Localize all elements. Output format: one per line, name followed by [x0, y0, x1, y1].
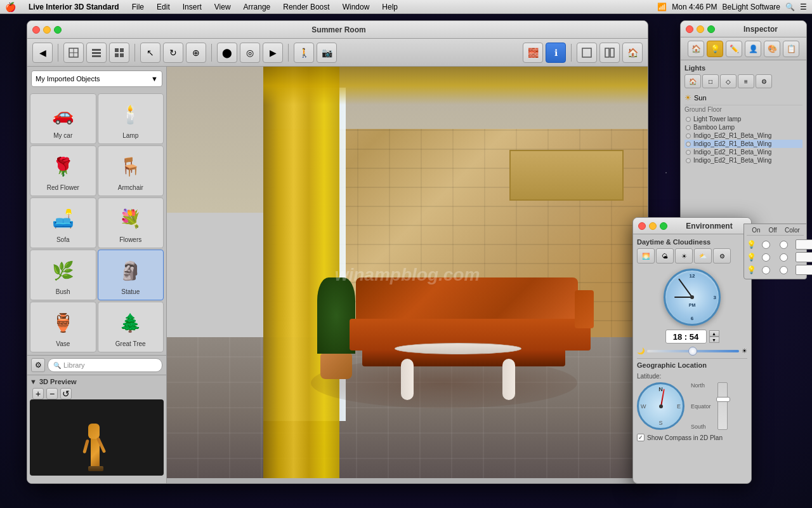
light-type-spot[interactable]: □ — [702, 74, 719, 88]
off-radio-1[interactable] — [780, 241, 788, 249]
light-type-directional[interactable]: ≡ — [738, 74, 754, 88]
latitude-slider[interactable] — [717, 382, 728, 430]
record-button[interactable]: ⬤ — [217, 43, 237, 63]
object-item-tree[interactable]: 🌲 Great Tree — [98, 302, 164, 352]
minimize-button[interactable] — [43, 26, 51, 34]
insert-menu[interactable]: Insert — [180, 3, 204, 11]
env-btn-sunrise[interactable]: 🌅 — [637, 248, 655, 264]
inspector-tab-person[interactable]: 👤 — [745, 41, 761, 57]
inspector-tab-light[interactable]: 💡 — [707, 41, 723, 57]
latitude-thumb[interactable] — [716, 397, 730, 402]
zoom-out-button[interactable]: − — [46, 388, 58, 399]
on-radio-2[interactable] — [762, 253, 770, 262]
on-radio-1[interactable] — [762, 241, 770, 249]
person-button[interactable]: 🚶 — [294, 43, 314, 63]
light-type-point[interactable]: ◇ — [720, 74, 737, 88]
object-item-lamp[interactable]: 🕯️ Lamp — [98, 93, 164, 144]
env-minimize-button[interactable] — [649, 222, 657, 230]
object-item-car[interactable]: 🚗 My car — [30, 93, 96, 144]
window-menu[interactable]: Window — [340, 3, 372, 11]
view-menu[interactable]: View — [212, 3, 233, 11]
inspector-maximize-button[interactable] — [707, 25, 715, 33]
search-icon[interactable]: 🔍 — [785, 3, 795, 11]
on-radio-3[interactable] — [762, 266, 770, 274]
app-name-menu[interactable]: Live Interior 3D Standard — [26, 3, 122, 11]
off-radio-3[interactable] — [780, 266, 788, 274]
show-compass-checkbox[interactable]: ✓ — [637, 434, 645, 441]
inspector-tab-edit[interactable]: ✏️ — [726, 41, 742, 57]
light-item-bamboo[interactable]: Bamboo Lamp — [684, 123, 802, 131]
file-menu[interactable]: File — [129, 3, 147, 11]
env-maximize-button[interactable] — [660, 222, 667, 230]
time-increment-button[interactable]: ▲ — [709, 330, 719, 337]
object-item-vase[interactable]: 🏺 Vase — [30, 302, 96, 352]
color-swatch-3[interactable] — [796, 265, 812, 275]
light-add-button[interactable]: ⚙ — [756, 74, 772, 88]
inspector-minimize-button[interactable] — [697, 25, 704, 33]
inspector-tab-color[interactable]: 🎨 — [764, 41, 780, 57]
settings-gear-button[interactable]: ⚙ — [31, 358, 45, 372]
env-btn-settings[interactable]: ⚙ — [713, 248, 731, 264]
maximize-button[interactable] — [54, 26, 62, 34]
help-menu[interactable]: Help — [379, 3, 400, 11]
brightness-slider[interactable] — [647, 350, 739, 352]
rotate-tool[interactable]: ↻ — [163, 43, 183, 63]
env-btn-noon[interactable]: ☀ — [675, 248, 693, 264]
split-view-button[interactable] — [599, 43, 620, 63]
inspector-tab-list[interactable]: 📋 — [783, 41, 799, 57]
objects-dropdown[interactable]: My Imported Objects ▼ — [31, 70, 162, 87]
light-item-indigo-4[interactable]: Indigo_Ed2_R1_Beta_Wing — [684, 156, 802, 164]
list-view-button[interactable] — [86, 43, 107, 63]
tree-label: Great Tree — [115, 340, 146, 347]
object-item-armchair[interactable]: 🪑 Armchair — [98, 145, 164, 196]
object-item-statue[interactable]: 🗿 Statue — [98, 250, 164, 300]
zoom-in-button[interactable]: + — [32, 388, 44, 399]
preview-collapse-icon[interactable]: ▼ — [30, 378, 37, 385]
cursor-tool[interactable]: ↖ — [140, 43, 160, 63]
close-button[interactable] — [32, 26, 40, 34]
viewport-scrollbar[interactable] — [167, 478, 648, 483]
light-item-indigo-2[interactable]: Indigo_Ed2_R1_Beta_Wing — [684, 140, 802, 148]
2d-view-button[interactable] — [577, 43, 597, 63]
edit-menu[interactable]: Edit — [154, 3, 173, 11]
time-decrement-button[interactable]: ▼ — [709, 337, 719, 343]
time-input-field[interactable] — [665, 330, 707, 344]
separator-4 — [288, 44, 289, 62]
brightness-thumb[interactable] — [688, 347, 697, 356]
off-radio-2[interactable] — [780, 253, 788, 262]
color-swatch-1[interactable] — [796, 239, 812, 250]
back-button[interactable]: ◀ — [32, 43, 53, 63]
ground-floor-divider: Ground Floor — [684, 105, 802, 114]
info-button[interactable]: ℹ — [546, 43, 566, 63]
object-item-bush[interactable]: 🌿 Bush — [30, 250, 96, 300]
env-btn-overcast[interactable]: ⛅ — [694, 248, 712, 264]
env-close-button[interactable] — [638, 222, 646, 230]
light-type-ambient[interactable]: 🏠 — [684, 74, 701, 88]
apple-menu[interactable]: 🍎 — [5, 2, 16, 12]
preview-section: ▼ 3D Preview + − ↺ — [27, 375, 166, 478]
inspector-tab-home[interactable]: 🏠 — [688, 41, 704, 57]
renderboos-menu[interactable]: Render Boost — [280, 3, 332, 11]
on-off-row-1: 💡 — [747, 238, 804, 251]
grid-view-button[interactable] — [109, 43, 129, 63]
refresh-button[interactable]: ↺ — [60, 388, 72, 399]
object-item-sofa[interactable]: 🛋️ Sofa — [30, 197, 96, 248]
menu-icon[interactable]: ☰ — [800, 3, 807, 11]
object-item-flowers[interactable]: 💐 Flowers — [98, 197, 164, 248]
floor-plan-button[interactable] — [63, 43, 84, 63]
arrange-menu[interactable]: Arrange — [241, 3, 273, 11]
light-item-tower-lamp[interactable]: Light Tower lamp — [684, 115, 802, 123]
3d-object-button[interactable]: 🧱 — [523, 43, 543, 63]
light-item-indigo-3[interactable]: Indigo_Ed2_R1_Beta_Wing — [684, 148, 802, 156]
env-btn-morning[interactable]: 🌤 — [656, 248, 674, 264]
camera-button[interactable]: ◎ — [240, 43, 260, 63]
desktop: Summer Room ◀ ↖ ↻ ⊕ ⬤ ◎ ▶ 🚶 — [0, 14, 812, 508]
home-view-button[interactable]: 🏠 — [622, 43, 643, 63]
screenshot-button[interactable]: 📷 — [317, 43, 337, 63]
snap-tool[interactable]: ⊕ — [186, 43, 206, 63]
light-item-indigo-1[interactable]: Indigo_Ed2_R1_Beta_Wing — [684, 131, 802, 140]
inspector-close-button[interactable] — [686, 25, 693, 33]
color-swatch-2[interactable] — [796, 252, 812, 262]
object-item-redflower[interactable]: 🌹 Red Flower — [30, 145, 96, 196]
play-button[interactable]: ▶ — [263, 43, 283, 63]
